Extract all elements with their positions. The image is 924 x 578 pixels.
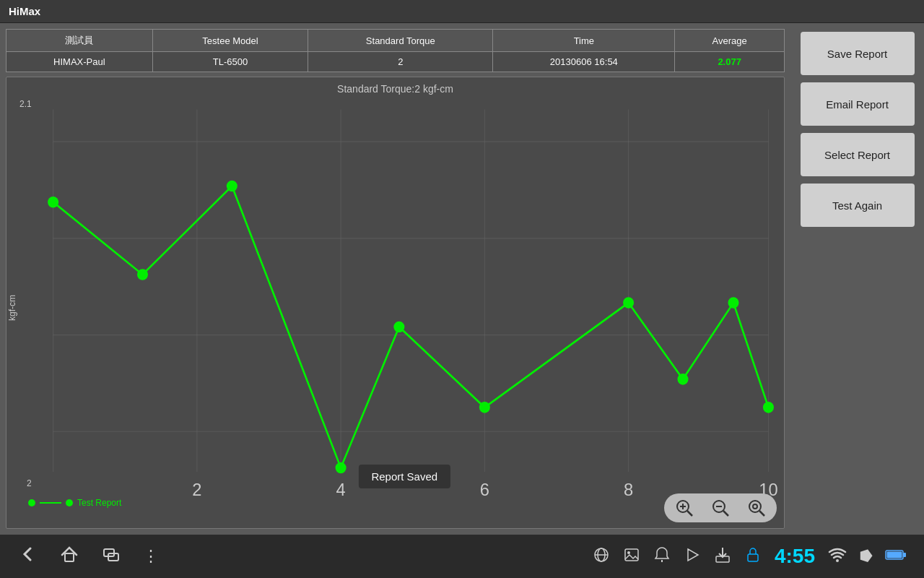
svg-point-15 [479, 402, 490, 413]
svg-marker-44 [688, 549, 698, 561]
wifi-icon [828, 548, 847, 565]
svg-line-30 [723, 511, 728, 516]
lock-icon-svg [744, 546, 762, 564]
app-title: HiMax [9, 5, 40, 17]
svg-rect-51 [903, 553, 906, 557]
data-table: 測試員 Testee Model Standard Torque Time Av… [6, 29, 785, 72]
save-report-button[interactable]: Save Report [801, 32, 915, 75]
zoom-out-button[interactable] [709, 496, 732, 519]
svg-text:2: 2 [192, 480, 201, 499]
col-average: Average [675, 30, 785, 52]
clock: 4:55 [775, 545, 815, 568]
main-content: 測試員 Testee Model Standard Torque Time Av… [0, 23, 924, 535]
bluetooth-icon: ⭓ [860, 548, 872, 565]
image-icon-svg [623, 546, 640, 564]
zoom-out-icon [711, 499, 730, 517]
cell-torque: 2 [308, 52, 493, 72]
svg-point-14 [393, 322, 404, 333]
recents-button[interactable] [101, 544, 121, 569]
notification-icon [653, 546, 671, 567]
menu-button[interactable]: ⋮ [143, 547, 160, 566]
chart-svg: 2 4 6 8 10 [6, 77, 784, 528]
back-button[interactable] [17, 544, 38, 569]
legend: Test Report [28, 498, 121, 508]
nav-bar: ⋮ [0, 535, 924, 578]
svg-point-32 [749, 501, 761, 512]
wifi-icon-svg [828, 548, 847, 562]
download-icon [714, 546, 731, 567]
download-icon-svg [714, 546, 731, 564]
chart-container: Standard Torque:2 kgf-cm 2.1 2 kgf-cm [6, 77, 785, 529]
col-model: Testee Model [152, 30, 308, 52]
back-icon [17, 544, 38, 564]
notification-icon-svg [653, 546, 671, 564]
nav-right: 4:55 ⭓ [593, 545, 907, 568]
svg-point-10 [48, 197, 58, 208]
svg-point-11 [137, 269, 148, 280]
left-panel: 測試員 Testee Model Standard Torque Time Av… [0, 23, 790, 535]
email-report-button[interactable]: Email Report [801, 82, 915, 126]
svg-point-12 [227, 181, 237, 192]
col-torque: Standard Torque [308, 30, 493, 52]
tooltip: Report Saved [358, 465, 450, 488]
svg-point-18 [728, 297, 738, 309]
svg-line-33 [759, 511, 764, 516]
svg-point-48 [836, 559, 839, 562]
svg-point-16 [623, 297, 634, 309]
zoom-in-icon [675, 499, 694, 517]
svg-point-42 [627, 551, 630, 554]
cell-model: TL-6500 [152, 52, 308, 72]
svg-rect-50 [887, 552, 902, 558]
home-button[interactable] [59, 544, 79, 569]
col-testee: 測試員 [6, 30, 153, 52]
battery-icon [885, 548, 907, 564]
cell-testee: HIMAX-Paul [6, 52, 153, 72]
svg-point-17 [677, 374, 688, 385]
average-value: 2.077 [718, 56, 741, 67]
legend-label: Test Report [77, 498, 121, 508]
table-row: HIMAX-Paul TL-6500 2 20130606 16:54 2.07… [6, 52, 785, 72]
play-icon [684, 546, 701, 567]
svg-text:8: 8 [624, 480, 633, 499]
recents-icon [101, 544, 121, 564]
image-icon [623, 546, 640, 567]
play-icon-svg [684, 546, 701, 564]
title-bar: HiMax [0, 0, 924, 23]
lock-icon [744, 546, 762, 567]
home-icon [59, 544, 79, 564]
col-time: Time [493, 30, 675, 52]
svg-rect-47 [748, 554, 758, 561]
svg-rect-35 [65, 553, 74, 561]
svg-line-26 [687, 511, 692, 516]
test-again-button[interactable]: Test Again [801, 184, 915, 227]
globe-icon-svg [593, 546, 610, 564]
svg-point-34 [753, 504, 757, 509]
svg-text:4: 4 [336, 480, 346, 499]
svg-point-13 [336, 462, 346, 474]
cell-average: 2.077 [675, 52, 785, 72]
legend-line [40, 502, 61, 504]
zoom-reset-button[interactable] [745, 496, 768, 519]
svg-point-19 [763, 402, 774, 413]
zoom-controls [664, 493, 777, 522]
zoom-reset-icon [747, 499, 766, 517]
select-report-button[interactable]: Select Report [801, 133, 915, 176]
svg-text:6: 6 [480, 480, 489, 499]
cell-time: 20130606 16:54 [493, 52, 675, 72]
globe-icon [593, 546, 610, 567]
svg-rect-41 [625, 549, 638, 561]
battery-icon-svg [885, 548, 907, 561]
nav-left: ⋮ [17, 544, 160, 569]
legend-dot [28, 499, 35, 506]
right-panel: Save Report Email Report Select Report T… [790, 23, 924, 535]
zoom-in-button[interactable] [673, 496, 696, 519]
legend-dot-2 [66, 499, 73, 506]
